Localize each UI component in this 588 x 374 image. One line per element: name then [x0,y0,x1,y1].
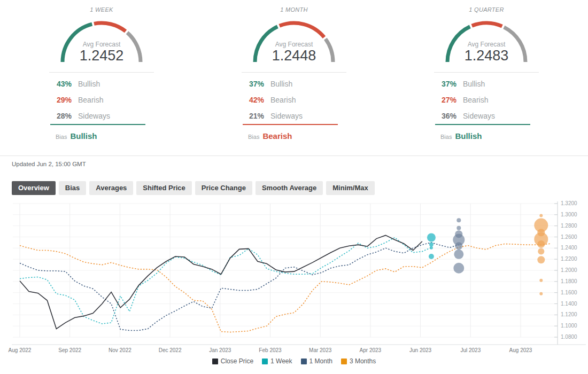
bearish-row: 29%Bearish [57,96,154,104]
panel-period-title: 1 QUARTER [434,6,539,13]
section-divider [0,155,588,156]
legend-swatch [262,359,268,364]
sideways-percent: 28% [57,112,78,120]
bearish-label: Bearish [78,96,103,104]
avg-forecast-value: 1.2483 [441,48,532,64]
x-axis-label: Apr 2023 [360,347,382,353]
legend-swatch [212,359,218,364]
forecast-bubble [454,250,463,259]
sideways-row: 36%Sideways [442,112,539,120]
legend-item-close-price[interactable]: Close Price [212,357,253,365]
bearish-label: Bearish [270,96,296,104]
bearish-row: 42%Bearish [249,96,346,104]
tab-smooth-average[interactable]: Smooth Average [256,181,323,195]
x-axis-label: Jun 2023 [409,347,431,353]
forecast-bubble [539,214,543,217]
y-axis-label: 1.2400 [561,245,577,251]
bias-label: Bias [248,134,259,140]
bearish-label: Bearish [463,96,488,104]
forecast-bubble [429,254,434,259]
x-axis-label: Jan 2023 [209,347,231,353]
y-axis-label: 1.1600 [561,290,577,295]
avg-forecast-value: 1.2452 [56,48,147,64]
series-line-1-week [20,238,431,324]
gauge-wrap: Avg Forecast 1.2483 [441,19,532,73]
sideways-label: Sideways [270,112,303,120]
bias-row: BiasBullish [56,131,97,141]
gauge-wrap: Avg Forecast 1.2448 [249,19,339,73]
forecast-bubble [427,233,436,242]
bullish-row: 37%Bullish [442,80,539,88]
forecast-bubble [455,242,462,250]
forecast-chart [0,200,588,347]
bias-value: Bearish [262,131,292,141]
bias-row: BiasBullish [440,131,482,141]
legend-item-3-months[interactable]: 3 Months [341,357,376,365]
bias-label: Bias [440,134,452,140]
forecast-bubble [539,292,543,295]
bullish-label: Bullish [463,80,485,88]
panel-period-title: 1 MONTH [242,6,346,13]
x-axis-label: Feb 2023 [259,347,281,353]
gauge-arc-bearish [94,23,126,32]
forecast-bubble [539,279,543,282]
y-axis-label: 1.2800 [561,223,577,229]
y-axis-label: 1.1200 [561,311,577,317]
tab-bias[interactable]: Bias [59,181,86,195]
y-axis-label: 1.2600 [561,234,577,240]
x-axis-label: Jul 2023 [460,347,481,353]
updated-timestamp: Updated Jun 2, 15:00 GMT [12,161,86,167]
bias-label: Bias [56,134,67,140]
x-axis-label: Nov 2022 [109,347,131,353]
panel-divider [242,72,346,73]
gauge-wrap: Avg Forecast 1.2452 [56,19,147,73]
forecast-bubble [457,218,461,222]
tab-minim-max[interactable]: Minim/Max [326,181,374,195]
y-axis-label: 1.3200 [561,200,577,206]
forecast-bubble [430,246,433,250]
chart-tabs: Overview Bias Averages Shifted Price Pri… [12,181,375,195]
x-axis-label: Mar 2023 [309,347,331,353]
sideways-percent: 36% [442,112,463,120]
bullish-label: Bullish [78,80,100,88]
bearish-row: 27%Bearish [442,96,539,104]
sideways-row: 28%Sideways [57,112,154,120]
bearish-percent: 27% [442,96,463,104]
bullish-percent: 37% [249,80,270,88]
bias-divider [243,124,338,125]
sideways-row: 21%Sideways [249,112,346,120]
tab-price-change[interactable]: Price Change [195,181,252,195]
bullish-row: 37%Bullish [249,80,346,88]
avg-forecast-label: Avg Forecast [56,41,147,48]
avg-forecast-label: Avg Forecast [441,41,532,48]
panel-divider [49,72,154,73]
sideways-percent: 21% [249,112,270,120]
sideways-label: Sideways [463,112,495,120]
legend-label: 3 Months [350,357,376,365]
bias-divider [435,124,530,125]
bullish-label: Bullish [270,80,292,88]
y-axis-label: 1.1000 [561,323,577,329]
panel-period-title: 1 WEEK [49,6,154,13]
legend-label: Close Price [221,357,253,365]
y-axis-label: 1.1400 [561,301,577,307]
legend-label: 1 Month [310,357,332,365]
y-axis-label: 1.1800 [561,278,577,284]
forecast-bubble [453,263,464,274]
tab-shifted-price[interactable]: Shifted Price [136,181,191,195]
y-axis-label: 1.0800 [561,334,577,340]
forecast-bubble [429,243,434,247]
forecast-bubble [537,240,545,248]
x-axis-label: Dec 2022 [159,347,182,353]
bias-divider [50,124,145,125]
bullish-percent: 37% [442,80,463,88]
tab-averages[interactable]: Averages [89,181,133,195]
legend-label: 1 Week [270,357,292,365]
bearish-percent: 42% [249,96,270,104]
forecast-bubble [537,256,545,263]
tab-overview[interactable]: Overview [12,181,56,195]
x-axis-label: Aug 2022 [9,347,32,353]
legend-item-1-week[interactable]: 1 Week [262,357,292,365]
chart-legend: Close Price1 Week1 Month3 Months [0,357,588,365]
legend-item-1-month[interactable]: 1 Month [301,357,332,365]
